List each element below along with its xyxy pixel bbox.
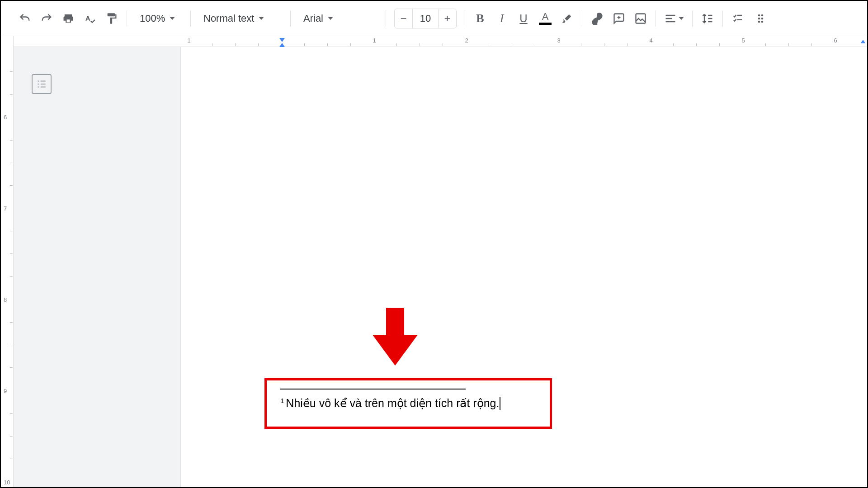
underline-button[interactable]: U [513,8,534,29]
svg-point-4 [761,17,764,19]
ruler-tick: 8 [4,296,7,303]
align-left-icon [664,12,677,25]
line-spacing-button[interactable] [697,8,718,29]
horizontal-ruler[interactable]: 1 1 2 3 4 5 6 [14,36,867,47]
footnote-number: 1 [280,397,284,404]
redo-icon [40,12,53,25]
svg-rect-0 [636,14,646,23]
bold-button[interactable]: B [470,8,491,29]
ruler-tick: 2 [465,37,468,44]
svg-point-2 [761,14,764,16]
separator [465,10,465,27]
paragraph-style-value: Normal text [203,13,254,24]
workspace: 6 7 8 9 10 1Nhiều vô kể và trên một diện… [1,47,867,487]
font-family-value: Arial [303,13,323,24]
caret-down-icon [259,17,264,20]
ruler-tick: 9 [4,388,7,394]
highlight-button[interactable] [557,8,577,29]
font-size-decrease-button[interactable]: − [395,9,413,28]
font-size-control: − + [394,9,457,28]
ruler-tick: 5 [741,37,745,44]
separator [290,10,291,27]
separator [386,10,386,27]
vertical-ruler[interactable]: 6 7 8 9 10 [1,47,14,487]
svg-rect-7 [386,308,404,338]
ruler-tick: 3 [557,37,560,44]
link-icon [591,12,604,25]
separator [582,10,582,27]
outline-icon [36,78,47,90]
highlighter-icon [561,12,573,25]
ruler-tick: 10 [4,479,10,486]
caret-down-icon [170,17,175,20]
ruler-tick: 6 [834,37,837,44]
print-icon [62,12,75,25]
svg-point-3 [758,17,760,19]
footnote-content: Nhiều vô kể và trên một diện tích rất rộ… [286,397,499,409]
indent-marker-first-line[interactable] [278,37,286,42]
footnote-separator [280,389,466,389]
insert-image-button[interactable] [630,8,651,29]
indent-marker-left[interactable] [278,42,286,46]
ruler-tick: 1 [187,37,190,44]
text-color-icon: A [539,12,552,25]
document-canvas: 1Nhiều vô kể và trên một diện tích rất r… [14,47,867,487]
separator [190,10,191,27]
spellcheck-icon [84,12,96,25]
paragraph-style-dropdown[interactable]: Normal text [195,8,286,29]
checklist-icon [731,12,744,25]
image-icon [634,12,647,25]
footnote-text[interactable]: 1Nhiều vô kể và trên một diện tích rất r… [280,397,500,410]
indent-marker-right[interactable] [860,38,866,44]
separator [656,10,656,27]
paint-format-button[interactable] [101,8,122,29]
ruler-corner [1,36,14,47]
text-cursor [500,397,500,410]
formatting-toolbar: 100% Normal text Arial − + B I U A [1,1,867,36]
insert-comment-button[interactable] [609,8,629,29]
svg-point-6 [761,20,764,23]
more-vert-icon [756,12,769,25]
ruler-tick: 7 [4,205,7,212]
zoom-value: 100% [140,13,165,24]
separator [722,10,723,27]
annotation-arrow-icon [373,308,418,366]
checklist-button[interactable] [727,8,748,29]
line-spacing-icon [701,12,714,25]
align-button[interactable] [660,8,688,29]
paint-roller-icon [105,12,118,25]
comment-plus-icon [613,12,625,25]
document-outline-button[interactable] [32,74,52,94]
font-size-input[interactable] [413,9,438,28]
redo-button[interactable] [36,8,57,29]
zoom-dropdown[interactable]: 100% [132,8,186,29]
separator [692,10,693,27]
ruler-tick: 4 [649,37,652,44]
caret-down-icon [679,17,684,20]
separator [127,10,127,27]
more-button[interactable] [752,8,773,29]
text-color-button[interactable]: A [535,8,556,29]
print-button[interactable] [58,8,79,29]
caret-down-icon [328,17,333,20]
ruler-tick: 1 [373,37,376,44]
ruler-tick: 6 [4,114,7,121]
font-size-increase-button[interactable]: + [438,9,456,28]
horizontal-ruler-row: 1 1 2 3 4 5 6 [1,36,867,47]
spellcheck-button[interactable] [80,8,100,29]
font-family-dropdown[interactable]: Arial [295,8,381,29]
undo-button[interactable] [14,8,35,29]
svg-point-1 [758,14,760,16]
undo-icon [19,12,31,25]
insert-link-button[interactable] [587,8,608,29]
italic-button[interactable]: I [491,8,512,29]
svg-point-5 [758,20,760,23]
